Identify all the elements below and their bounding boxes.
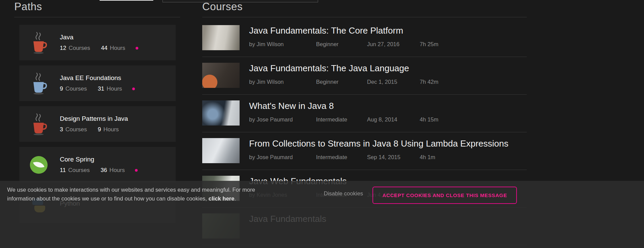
cookie-message-line1: We use cookies to make interactions with… (7, 187, 255, 193)
course-row[interactable]: From Collections to Streams in Java 8 Us… (202, 132, 527, 170)
path-title: Java (60, 34, 138, 41)
path-course-label: Courses (65, 85, 87, 92)
cookie-message-line2: information about the cookies we use or … (7, 195, 209, 202)
course-author: by Jim Wilson (249, 41, 316, 47)
active-tab-underline (100, 0, 153, 1)
cookie-message: We use cookies to make interactions with… (7, 186, 279, 203)
path-stats: 12 Courses 44 Hours (60, 45, 138, 52)
course-meta: by Jose Paumard Intermediate Sep 14, 201… (249, 154, 508, 160)
course-meta: by Jim Wilson Beginner Dec 1, 2015 7h 42… (249, 79, 438, 85)
course-author: by Jose Paumard (249, 116, 316, 123)
accept-cookies-button[interactable]: ACCEPT COOKIES AND CLOSE THIS MESSAGE (372, 187, 517, 204)
path-title: Core Spring (60, 156, 138, 163)
path-card-java-ee[interactable]: Java EE Foundations 9 Courses 31 Hours (19, 65, 176, 101)
course-duration: 4h 15m (420, 116, 438, 123)
path-course-count: 3 (60, 126, 63, 133)
course-thumbnail[interactable] (202, 25, 240, 50)
path-hours-count: 31 (98, 85, 104, 92)
spring-leaf-icon (29, 152, 49, 178)
path-title: Design Patterns in Java (60, 115, 128, 122)
course-level: Intermediate (316, 154, 367, 160)
disable-cookies-button[interactable]: Disable cookies (322, 190, 365, 197)
course-date: Aug 8, 2014 (367, 116, 420, 123)
cookie-message-period: . (234, 195, 236, 202)
course-row[interactable]: Java Fundamentals: The Core Platform by … (202, 17, 527, 57)
path-hours-label: Hours (107, 85, 122, 92)
path-hours-label: Hours (109, 167, 125, 174)
path-hours-count: 36 (101, 167, 107, 174)
java-coffee-cup-icon (29, 111, 49, 137)
java-coffee-cup-icon (29, 71, 49, 96)
path-course-count: 11 (60, 167, 66, 174)
course-title[interactable]: What's New in Java 8 (249, 101, 438, 111)
course-thumbnail[interactable] (202, 138, 240, 163)
path-course-label: Courses (68, 167, 90, 174)
path-title: Java EE Foundations (60, 74, 135, 82)
course-thumbnail[interactable] (202, 100, 240, 126)
course-author: by Jim Wilson (249, 79, 316, 85)
course-meta: by Jose Paumard Intermediate Aug 8, 2014… (249, 116, 438, 123)
path-badge-icon (136, 47, 138, 50)
click-here-link[interactable]: click here (209, 195, 234, 202)
course-row[interactable]: What's New in Java 8 by Jose Paumard Int… (202, 95, 527, 132)
path-stats: 3 Courses 9 Hours (60, 126, 128, 133)
path-badge-icon (135, 169, 138, 172)
filter-box-remnant[interactable] (162, 0, 318, 2)
path-hours-label: Hours (110, 45, 125, 52)
course-title[interactable]: Java Fundamentals: The Core Platform (249, 25, 438, 36)
course-meta: by Jim Wilson Beginner Jun 27, 2016 7h 2… (249, 41, 438, 47)
path-hours-count: 9 (98, 126, 101, 133)
path-stats: 9 Courses 31 Hours (60, 85, 135, 92)
course-date: Jun 27, 2016 (367, 41, 420, 47)
path-course-label: Courses (69, 45, 90, 52)
course-level: Intermediate (316, 116, 367, 123)
course-thumbnail[interactable] (202, 63, 240, 88)
course-date: Sep 14, 2015 (367, 154, 420, 160)
course-duration: 7h 25m (420, 41, 438, 47)
path-card-design-patterns[interactable]: Design Patterns in Java 3 Courses 9 Hour… (19, 106, 176, 142)
path-stats: 11 Courses 36 Hours (60, 167, 138, 174)
path-hours-label: Hours (103, 126, 119, 133)
path-card-core-spring[interactable]: Core Spring 11 Courses 36 Hours (19, 147, 176, 183)
java-coffee-cup-icon (29, 30, 49, 56)
paths-heading: Paths (14, 1, 180, 17)
course-author: by Jose Paumard (249, 154, 316, 160)
path-course-count: 9 (60, 85, 63, 92)
course-level: Beginner (316, 41, 367, 47)
course-date: Dec 1, 2015 (367, 79, 420, 85)
course-title[interactable]: Java Fundamentals: The Java Language (249, 63, 438, 74)
path-badge-icon (132, 88, 135, 90)
path-course-label: Courses (65, 126, 87, 133)
path-card-java[interactable]: Java 12 Courses 44 Hours (19, 25, 176, 60)
path-course-count: 12 (60, 45, 66, 52)
courses-heading: Courses (202, 1, 527, 17)
cookie-banner: We use cookies to make interactions with… (0, 181, 644, 248)
course-duration: 7h 42m (420, 79, 438, 85)
course-duration: 4h 1m (420, 154, 435, 160)
course-title[interactable]: From Collections to Streams in Java 8 Us… (249, 138, 508, 149)
course-row[interactable]: Java Fundamentals: The Java Language by … (202, 57, 527, 95)
course-level: Beginner (316, 79, 367, 85)
path-hours-count: 44 (101, 45, 107, 52)
